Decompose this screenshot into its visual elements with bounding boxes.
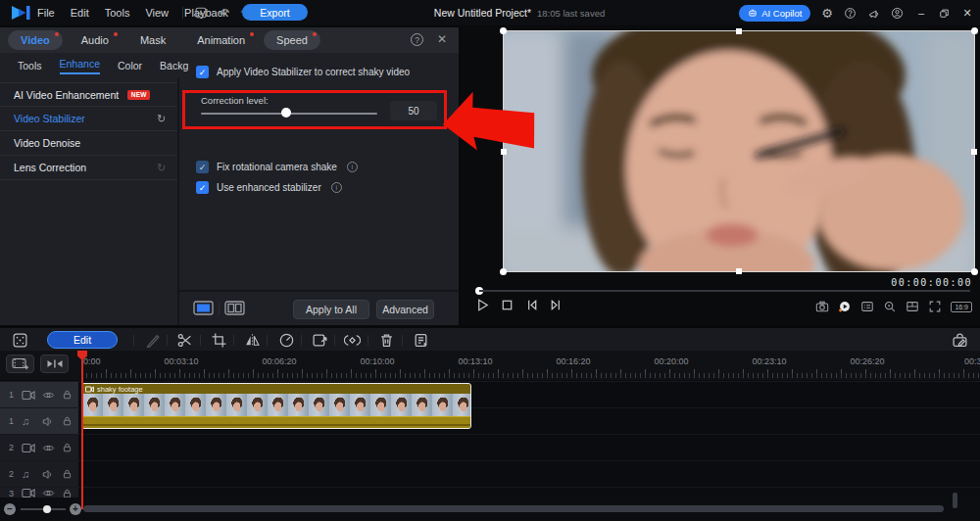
track-header-audio-1[interactable]: 1 ♫	[0, 408, 78, 434]
track-mute-speaker-icon[interactable]	[42, 469, 55, 480]
menu-view[interactable]: View	[145, 7, 169, 19]
help-icon[interactable]	[844, 7, 857, 20]
zoom-in-button[interactable]: +	[70, 503, 81, 515]
selection-handle[interactable]	[501, 149, 507, 155]
sidebar-item-lens-correction[interactable]: Lens Correction ↺	[0, 156, 177, 180]
sidebar-item-ai-video-enhancement[interactable]: AI Video Enhancement NEW	[0, 82, 177, 107]
seek-bar[interactable]	[479, 290, 970, 292]
fullscreen-icon[interactable]	[928, 300, 942, 313]
previous-frame-button[interactable]	[524, 298, 539, 312]
timeline-ruler[interactable]: 0:00 00:03:10 00:06:20 00:10:00 00:13:10…	[0, 351, 980, 380]
undo-icon[interactable]: ↶	[219, 7, 229, 20]
markers-list-icon[interactable]	[860, 300, 874, 313]
project-title: New Untitled Project*	[434, 7, 531, 19]
tab-animation[interactable]: Animation	[184, 30, 258, 50]
new-badge: NEW	[127, 90, 150, 100]
selection-handle[interactable]	[500, 27, 507, 34]
selection-handle[interactable]	[971, 268, 978, 275]
edit-mode-button[interactable]: Edit	[47, 331, 118, 349]
draw-pen-icon[interactable]	[145, 332, 162, 349]
tab-speed[interactable]: Speed	[264, 30, 320, 50]
track-header-video-2[interactable]: 2	[0, 435, 78, 460]
keyframe-icon[interactable]	[344, 332, 361, 349]
track-lock-icon[interactable]	[62, 415, 73, 427]
reset-icon[interactable]: ↺	[157, 113, 166, 125]
stop-button[interactable]	[500, 298, 514, 312]
ai-copilot-button[interactable]: AI Copilot	[739, 5, 810, 22]
single-view-icon[interactable]	[193, 301, 214, 315]
transport-controls	[475, 298, 564, 312]
add-media-track-button[interactable]	[6, 355, 34, 373]
track-lock-icon[interactable]	[62, 442, 73, 453]
restore-button[interactable]	[939, 8, 950, 19]
snapshot-camera-icon[interactable]	[815, 300, 829, 313]
preview-zoom-icon[interactable]	[883, 300, 897, 313]
account-icon[interactable]	[891, 7, 904, 20]
subtab-tools[interactable]: Tools	[18, 60, 42, 71]
zoom-out-button[interactable]: −	[4, 503, 16, 515]
export-button[interactable]: Export	[242, 4, 308, 21]
speed-gauge-icon[interactable]	[278, 332, 295, 349]
render-queue-icon[interactable]	[413, 332, 429, 349]
subtab-scroll-chevron-icon[interactable]: ›	[169, 58, 172, 70]
crop-icon[interactable]	[211, 332, 227, 349]
video-preview[interactable]	[503, 30, 975, 272]
render-preview-icon[interactable]	[838, 300, 852, 313]
enhanced-stabilizer-checkbox[interactable]: ✓	[196, 181, 209, 194]
info-icon[interactable]: i	[331, 182, 342, 193]
menu-edit[interactable]: Edit	[71, 7, 89, 19]
advanced-button[interactable]: Advanced	[376, 300, 434, 319]
menu-file[interactable]: File	[37, 7, 55, 19]
minimize-button[interactable]: –	[914, 7, 928, 19]
auto-ripple-button[interactable]	[40, 355, 69, 373]
track-lock-icon[interactable]	[62, 389, 73, 401]
highlight-annotation-box	[182, 90, 447, 129]
mirror-flip-icon[interactable]	[244, 332, 261, 349]
track-visibility-eye-icon[interactable]	[42, 443, 55, 453]
selection-handle[interactable]	[500, 268, 507, 275]
clip-thumbnail	[226, 394, 247, 416]
selection-handle[interactable]	[736, 28, 742, 34]
selection-handle[interactable]	[971, 27, 978, 34]
panel-help-icon[interactable]: ?	[411, 33, 423, 46]
vertical-scrollbar[interactable]	[953, 493, 957, 508]
snap-icon[interactable]	[12, 332, 28, 349]
close-button[interactable]: ✕	[960, 7, 974, 20]
subtab-enhance[interactable]: Enhance	[60, 58, 100, 74]
tab-mask[interactable]: Mask	[127, 30, 178, 50]
apply-stabilizer-checkbox[interactable]: ✓	[196, 66, 209, 78]
delete-trash-icon[interactable]	[378, 332, 395, 349]
selection-handle[interactable]	[971, 149, 977, 155]
settings-gear-icon[interactable]: ⚙	[821, 7, 833, 20]
track-header-video-1[interactable]: 1	[0, 382, 78, 407]
track-mute-speaker-icon[interactable]	[42, 416, 55, 427]
timeline-zoom-thumb[interactable]	[43, 505, 51, 513]
toolbox-customize-icon[interactable]	[952, 332, 968, 349]
tab-audio[interactable]: Audio	[69, 30, 122, 50]
next-frame-button[interactable]	[549, 298, 564, 312]
play-button[interactable]	[475, 298, 490, 312]
subtab-color[interactable]: Color	[118, 60, 142, 71]
track-lock-icon[interactable]	[62, 468, 73, 480]
split-screen-icon[interactable]	[906, 300, 919, 313]
timeline-clip-shaky-footage[interactable]: shaky footage	[81, 383, 471, 429]
tab-video[interactable]: Video	[8, 30, 63, 50]
save-icon[interactable]	[194, 6, 208, 20]
split-view-icon[interactable]	[224, 301, 245, 315]
menu-tools[interactable]: Tools	[105, 7, 130, 19]
split-scissors-icon[interactable]	[176, 332, 193, 349]
sidebar-item-video-stabilizer[interactable]: Video Stabilizer ↺	[0, 107, 177, 131]
sidebar-item-video-denoise[interactable]: Video Denoise	[0, 131, 177, 156]
announcement-icon[interactable]	[867, 7, 880, 20]
horizontal-scrollbar[interactable]	[83, 505, 944, 512]
track-visibility-eye-icon[interactable]	[42, 390, 55, 401]
apply-to-all-button[interactable]: Apply to All	[293, 300, 369, 319]
track-header-audio-2[interactable]: 2 ♫	[0, 461, 78, 487]
panel-close-icon[interactable]: ✕	[437, 32, 447, 46]
selection-handle[interactable]	[736, 268, 742, 274]
playhead[interactable]	[81, 351, 83, 509]
export-clip-icon[interactable]	[312, 332, 328, 349]
fix-rotational-checkbox[interactable]: ✓	[196, 161, 209, 173]
info-icon[interactable]: i	[347, 162, 358, 172]
aspect-ratio-button[interactable]: 16:9	[951, 302, 972, 312]
